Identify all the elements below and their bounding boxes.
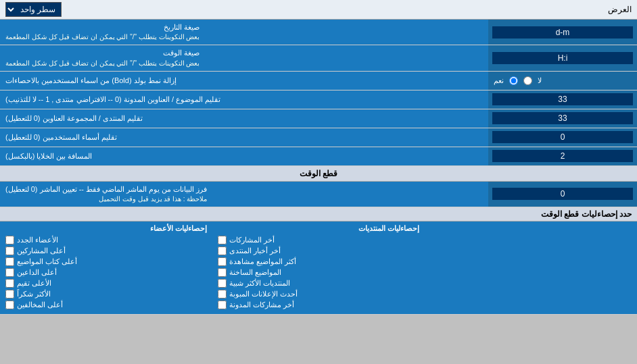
cb-posts-3: أكثر المواضيع مشاهدة (218, 257, 419, 266)
cutoff-input[interactable] (492, 188, 633, 200)
bold-radio-no[interactable] (523, 76, 532, 85)
cb-posts-5-check[interactable] (218, 279, 227, 288)
checkboxes-section-header: حدد إحصاءليات قطع الوقت (0, 207, 637, 222)
username-trim-input-container (488, 128, 637, 147)
time-format-label: صيغة الوقت بعض التكوينات يتطلب "/" التي … (0, 45, 488, 70)
cb-members-6-check[interactable] (5, 290, 14, 298)
cb-members-4: أعلى الداعين (5, 268, 207, 277)
bold-remove-label: إزالة نمط بولد (Bold) من اسماء المستخدمي… (0, 72, 488, 90)
top-row: العرض سطر واحد سطرين ثلاثة أسطر (0, 0, 637, 20)
topic-title-row: تقليم الموضوع / العناوين المدونة (0 -- ا… (0, 90, 637, 109)
forum-title-label: تقليم المنتدى / المجموعة العناوين (0 للت… (0, 109, 488, 128)
cb-posts-3-check[interactable] (218, 257, 227, 266)
cb-posts-header: إحصاءليات المنتديات (218, 224, 419, 233)
date-format-input[interactable] (492, 26, 633, 38)
bold-radio-yes[interactable] (509, 76, 518, 85)
cutoff-section-header: قطع الوقت (0, 166, 637, 182)
cb-members-2-check[interactable] (5, 246, 14, 255)
cb-posts-7: أخر مشاركات المدونة (218, 301, 419, 309)
forum-title-input-container (488, 109, 637, 128)
cb-members-7-check[interactable] (5, 301, 14, 309)
top-label: العرض (608, 5, 632, 14)
cb-col-posts: إحصاءليات المنتديات أخر المشاركات أخر أخ… (212, 222, 425, 314)
cb-col-members: إحصاءليات الأعضاء الأعضاء الجدد أعلى الم… (0, 222, 212, 314)
cell-distance-input-container (488, 147, 637, 165)
topic-title-input[interactable] (492, 93, 633, 105)
topic-title-label: تقليم الموضوع / العناوين المدونة (0 -- ا… (0, 90, 488, 109)
cb-members-3-check[interactable] (5, 257, 14, 266)
cb-posts-1: أخر المشاركات (218, 236, 419, 244)
cutoff-input-container (488, 182, 637, 207)
cb-posts-2-check[interactable] (218, 246, 227, 255)
cb-posts-4: المواضيع الساخنة (218, 268, 419, 277)
cb-posts-7-check[interactable] (218, 301, 227, 309)
bold-remove-row: لا نعم إزالة نمط بولد (Bold) من اسماء ال… (0, 72, 637, 90)
cb-posts-6-check[interactable] (218, 290, 227, 298)
time-format-row: صيغة الوقت بعض التكوينات يتطلب "/" التي … (0, 45, 637, 71)
cb-members-2: أعلى المشاركين (5, 246, 207, 255)
date-format-input-container (488, 20, 637, 45)
cb-posts-2: أخر أخبار المنتدى (218, 246, 419, 255)
cutoff-row: فرز البيانات من يوم الماشر الماضي فقط --… (0, 182, 637, 207)
cb-col-empty (425, 222, 637, 314)
cb-members-3: أعلى كتاب المواضيع (5, 257, 207, 266)
cell-distance-row: المسافة بين الخلايا (بالبكسل) (0, 147, 637, 166)
cb-posts-4-check[interactable] (218, 268, 227, 277)
cb-members-7: أعلى المخالفين (5, 301, 207, 309)
username-trim-row: تقليم أسماء المستخدمين (0 للتعطيل) (0, 128, 637, 147)
cb-members-6: الأكثر شكراً (5, 290, 207, 298)
cb-members-5: الأعلى تقيم (5, 279, 207, 288)
date-format-row: صيغة التاريخ بعض التكوينات يتطلب "/" الت… (0, 20, 637, 45)
forum-title-input[interactable] (492, 112, 633, 124)
time-format-input[interactable] (492, 52, 633, 64)
cb-posts-1-check[interactable] (218, 236, 227, 244)
cb-posts-5: المنتديات الأكثر شبية (218, 279, 419, 288)
bold-radio-yes-label: نعم (494, 76, 504, 85)
checkboxes-area: إحصاءليات المنتديات أخر المشاركات أخر أخ… (0, 222, 637, 315)
cb-members-1-check[interactable] (5, 236, 14, 244)
cell-distance-input[interactable] (492, 150, 633, 162)
username-trim-label: تقليم أسماء المستخدمين (0 للتعطيل) (0, 128, 488, 147)
cb-members-header: إحصاءليات الأعضاء (5, 224, 207, 233)
cell-distance-label: المسافة بين الخلايا (بالبكسل) (0, 147, 488, 165)
cb-members-5-check[interactable] (5, 279, 14, 288)
time-format-input-container (488, 45, 637, 70)
cutoff-label: فرز البيانات من يوم الماشر الماضي فقط --… (0, 182, 488, 207)
display-select[interactable]: سطر واحد سطرين ثلاثة أسطر (5, 2, 62, 17)
bold-remove-input-container: لا نعم (488, 72, 637, 90)
topic-title-input-container (488, 90, 637, 109)
cb-posts-6: أحدث الإعلانات المبوبة (218, 290, 419, 298)
forum-title-row: تقليم المنتدى / المجموعة العناوين (0 للت… (0, 109, 637, 128)
date-format-label: صيغة التاريخ بعض التكوينات يتطلب "/" الت… (0, 20, 488, 45)
bold-radio-no-label: لا (538, 76, 542, 85)
username-trim-input[interactable] (492, 131, 633, 143)
cb-members-4-check[interactable] (5, 268, 14, 277)
cb-members-1: الأعضاء الجدد (5, 236, 207, 244)
